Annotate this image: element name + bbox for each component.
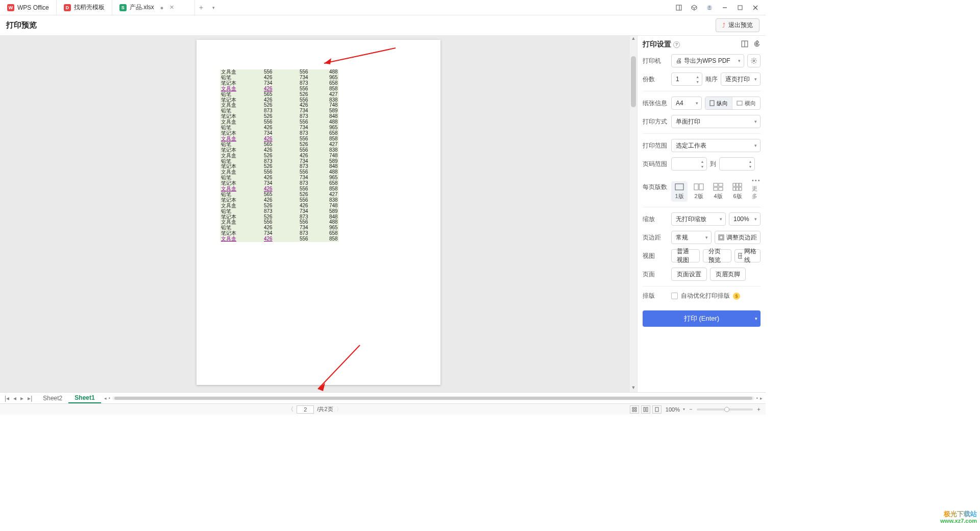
page-next-button[interactable]: 〉: [336, 405, 342, 413]
print-button[interactable]: 打印 (Enter) ▾: [643, 310, 761, 327]
per-page-2[interactable]: 2版: [691, 181, 707, 202]
main-area: 文具盒556556488铅笔426734965笔记本734873658文具盒42…: [0, 36, 766, 392]
landscape-option[interactable]: 横向: [732, 97, 760, 109]
help-icon[interactable]: ?: [673, 41, 680, 48]
svg-rect-17: [675, 184, 683, 190]
page-range-label: 页码范围: [643, 160, 668, 168]
panel-title: 打印设置?: [643, 40, 680, 49]
printer-select[interactable]: 🖨 导出为WPS PDF▾: [671, 54, 744, 67]
page-number-input[interactable]: 2: [297, 405, 314, 414]
preview-canvas[interactable]: 文具盒556556488铅笔426734965笔记本734873658文具盒42…: [0, 36, 637, 392]
page-total-label: /共2页: [317, 405, 333, 413]
scroll-down-icon[interactable]: ▼: [630, 385, 637, 392]
scroll-thumb[interactable]: [631, 56, 636, 107]
page-setup-button[interactable]: 页面设置: [671, 268, 707, 281]
orientation-toggle[interactable]: 纵向 横向: [705, 96, 761, 110]
scroll-up-icon[interactable]: ▲: [630, 36, 637, 43]
minimize-button[interactable]: [718, 1, 732, 15]
svg-rect-24: [733, 183, 736, 186]
paper-label: 纸张信息: [643, 99, 668, 108]
normal-view-button[interactable]: 普通视图: [671, 249, 700, 262]
tab-label: 找稻壳模板: [74, 3, 105, 12]
checkbox-icon: [671, 293, 678, 299]
sheet-prev-button[interactable]: ◂: [12, 395, 18, 402]
per-page-more[interactable]: •••更多: [749, 176, 764, 202]
horizontal-scrollbar[interactable]: ◂ • • ▸: [101, 396, 766, 401]
sheet-last-button[interactable]: ▸|: [26, 395, 34, 402]
printer-settings-button[interactable]: [747, 54, 761, 67]
zoom-pct-select[interactable]: 100%▾: [729, 212, 761, 226]
svg-rect-28: [736, 187, 739, 190]
svg-rect-36: [635, 407, 636, 409]
avatar-icon[interactable]: [702, 1, 717, 15]
paper-select[interactable]: A4▾: [671, 96, 702, 110]
maximize-button[interactable]: [733, 1, 747, 15]
per-page-6[interactable]: 6版: [729, 181, 746, 202]
panel-toggle-icon[interactable]: [672, 1, 686, 15]
per-page-label: 每页版数: [643, 183, 668, 191]
cube-icon[interactable]: [687, 1, 701, 15]
sheet-tab-sheet1[interactable]: Sheet1: [68, 393, 101, 403]
page-preview: 文具盒556556488铅笔426734965笔记本734873658文具盒42…: [197, 40, 440, 385]
adjust-margin-button[interactable]: 调整页边距: [715, 231, 761, 244]
sheet-tab-sheet2[interactable]: Sheet2: [37, 393, 68, 403]
tab-template[interactable]: D 找稻壳模板: [57, 0, 112, 15]
auto-optimize-checkbox[interactable]: 自动优化打印排版 $: [671, 292, 740, 300]
range-select[interactable]: 选定工作表▾: [671, 139, 761, 152]
window-controls: [672, 1, 766, 15]
view-single-button[interactable]: [652, 405, 662, 414]
svg-rect-35: [632, 407, 634, 409]
close-button[interactable]: [748, 1, 763, 15]
per-page-options: 1版 2版 4版 6版 •••更多: [671, 176, 764, 202]
gridlines-button[interactable]: 网格线: [734, 249, 761, 262]
header-footer-button[interactable]: 页眉页脚: [710, 268, 746, 281]
table-row: 文具盒556556488: [220, 119, 339, 125]
view-grid-button[interactable]: [630, 405, 639, 414]
hscroll-right-icon[interactable]: ▸: [760, 396, 763, 401]
sheet-tab-bar: |◂ ◂ ▸ ▸| Sheet2 Sheet1 ◂ • • ▸: [0, 392, 766, 403]
sheet-nav: |◂ ◂ ▸ ▸|: [0, 395, 37, 402]
portrait-option[interactable]: 纵向: [705, 97, 732, 109]
spin-up-icon[interactable]: ▲: [695, 74, 701, 79]
status-bar: 〈 2 /共2页 〉 100% ▾ － ＋: [0, 403, 766, 415]
svg-rect-39: [644, 407, 645, 412]
per-page-1[interactable]: 1版: [671, 181, 688, 202]
sheet-first-button[interactable]: |◂: [3, 395, 11, 402]
hscroll-left-icon[interactable]: ◂: [104, 396, 107, 401]
zoom-out-button[interactable]: －: [688, 405, 694, 413]
zoom-value[interactable]: 100%: [666, 406, 680, 413]
order-label: 顺序: [705, 75, 718, 84]
zoom-in-button[interactable]: ＋: [756, 405, 762, 413]
copies-input[interactable]: 1 ▲▼: [671, 73, 702, 86]
order-select[interactable]: 逐页打印▾: [721, 73, 761, 86]
tab-file[interactable]: S 产品.xlsx ● ✕: [112, 0, 195, 15]
view-label: 视图: [643, 252, 668, 260]
zoom-slider[interactable]: [697, 408, 753, 411]
vertical-scrollbar[interactable]: ▲ ▼: [630, 36, 637, 392]
method-select[interactable]: 单面打印▾: [671, 115, 761, 128]
zoom-controls: 100% ▾ － ＋: [666, 405, 762, 413]
paged-view-button[interactable]: 分页预览: [703, 249, 731, 262]
sheet-next-button[interactable]: ▸: [19, 395, 25, 402]
view-columns-button[interactable]: [641, 405, 650, 414]
data-table: 文具盒556556488铅笔426734965笔记本734873658文具盒42…: [220, 69, 339, 242]
columns-icon[interactable]: [741, 40, 748, 49]
tab-wps-office[interactable]: W WPS Office: [0, 0, 57, 15]
exit-icon: ⤴: [722, 22, 725, 29]
exit-preview-button[interactable]: ⤴ 退出预览: [716, 18, 760, 32]
zoom-select[interactable]: 无打印缩放▾: [671, 212, 726, 226]
per-page-4[interactable]: 4版: [710, 181, 726, 202]
refresh-icon[interactable]: [753, 40, 761, 49]
spin-down-icon[interactable]: ▼: [695, 79, 701, 84]
new-tab-button[interactable]: ＋: [195, 3, 207, 12]
table-row: 文具盒556556488: [220, 69, 339, 75]
page-prev-button[interactable]: 〈: [288, 405, 293, 413]
svg-rect-16: [737, 101, 742, 105]
close-icon[interactable]: ✕: [169, 4, 174, 11]
page-from-input[interactable]: ▲▼: [671, 157, 707, 171]
page-to-input[interactable]: ▲▼: [719, 157, 755, 171]
tab-menu-button[interactable]: ▾: [207, 5, 219, 10]
chevron-down-icon[interactable]: ▾: [755, 316, 757, 321]
margin-select[interactable]: 常规▾: [671, 231, 712, 244]
table-row: 笔记本734873658: [220, 81, 339, 86]
